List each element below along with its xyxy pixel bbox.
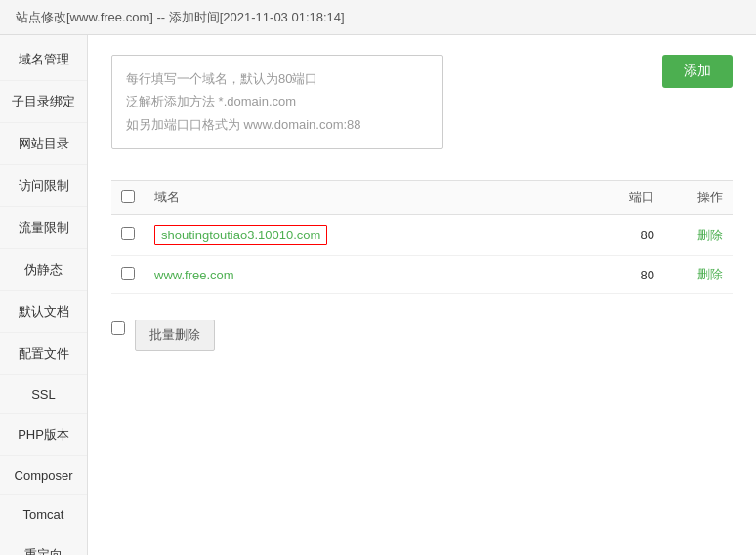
sidebar-item-default-doc[interactable]: 默认文档 — [0, 291, 87, 333]
row-checkbox-0[interactable] — [121, 227, 135, 240]
layout: 域名管理子目录绑定网站目录访问限制流量限制伪静态默认文档配置文件SSLPHP版本… — [0, 35, 756, 555]
sidebar-item-php-version[interactable]: PHP版本 — [0, 414, 87, 456]
add-button[interactable]: 添加 — [662, 55, 733, 88]
table-header-row: 域名 端口 操作 — [111, 181, 733, 215]
delete-button-1[interactable]: 删除 — [697, 267, 723, 281]
table-row: shoutingtoutiao3.10010.com80删除 — [111, 215, 733, 256]
select-all-checkbox[interactable] — [121, 190, 135, 203]
sidebar-item-pseudo-static[interactable]: 伪静态 — [0, 249, 87, 291]
domain-link-1[interactable]: www.free.com — [154, 268, 234, 282]
batch-row: 批量删除 — [111, 306, 733, 351]
sidebar-item-redirect[interactable]: 重定向 — [0, 534, 87, 555]
hint-box: 每行填写一个域名，默认为80端口 泛解析添加方法 *.domain.com 如另… — [111, 55, 443, 149]
main-content: 每行填写一个域名，默认为80端口 泛解析添加方法 *.domain.com 如另… — [88, 35, 756, 555]
header-domain: 域名 — [145, 181, 596, 215]
port-cell-0: 80 — [596, 215, 674, 256]
sidebar-item-access-restriction[interactable]: 访问限制 — [0, 165, 87, 207]
hint-line2: 泛解析添加方法 *.domain.com — [126, 90, 429, 112]
sidebar-item-composer[interactable]: Composer — [0, 456, 87, 495]
hint-line3: 如另加端口口格式为 www.domain.com:88 — [126, 113, 429, 136]
title-text: 站点修改[www.free.com] -- 添加时间[2021-11-03 01… — [16, 9, 345, 26]
sidebar-item-subdirectory-binding[interactable]: 子目录绑定 — [0, 81, 87, 123]
hint-line1: 每行填写一个域名，默认为80端口 — [126, 67, 429, 90]
domain-table: 域名 端口 操作 shoutingtoutiao3.10010.com80删除w… — [111, 180, 733, 294]
title-bar: 站点修改[www.free.com] -- 添加时间[2021-11-03 01… — [0, 0, 756, 35]
port-cell-1: 80 — [596, 256, 674, 294]
delete-button-0[interactable]: 删除 — [697, 228, 723, 242]
sidebar-item-domain-management[interactable]: 域名管理 — [0, 39, 87, 81]
sidebar-item-tomcat[interactable]: Tomcat — [0, 495, 87, 534]
header-port: 端口 — [596, 181, 674, 215]
row-checkbox-1[interactable] — [121, 267, 135, 280]
header-action: 操作 — [674, 181, 733, 215]
header-checkbox-col — [111, 181, 145, 215]
sidebar-item-traffic-limit[interactable]: 流量限制 — [0, 207, 87, 249]
sidebar-item-site-directory[interactable]: 网站目录 — [0, 123, 87, 165]
table-row: www.free.com80删除 — [111, 256, 733, 294]
batch-delete-button[interactable]: 批量删除 — [135, 320, 215, 351]
sidebar-item-config-file[interactable]: 配置文件 — [0, 333, 87, 375]
domain-table-area: 域名 端口 操作 shoutingtoutiao3.10010.com80删除w… — [111, 180, 733, 351]
sidebar-item-ssl[interactable]: SSL — [0, 375, 87, 414]
sidebar: 域名管理子目录绑定网站目录访问限制流量限制伪静态默认文档配置文件SSLPHP版本… — [0, 35, 88, 555]
domain-link-0[interactable]: shoutingtoutiao3.10010.com — [154, 225, 327, 245]
batch-checkbox[interactable] — [111, 321, 125, 335]
top-row: 每行填写一个域名，默认为80端口 泛解析添加方法 *.domain.com 如另… — [111, 55, 733, 164]
